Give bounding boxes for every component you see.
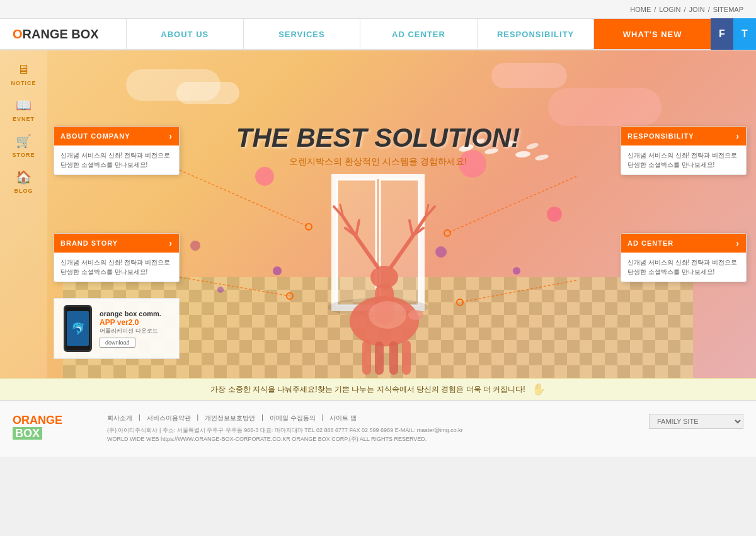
card-responsibility-header[interactable]: RESPONSIBILITY › (621, 127, 746, 145)
card-responsibility: RESPONSIBILITY › 신개념 서비스의 신화! 전략과 비전으로 탄… (621, 126, 747, 175)
card-ad-center: AD CENTER › 신개념 서비스의 신화! 전략과 비전으로 탄생한 소셜… (621, 233, 747, 282)
twitter-button[interactable]: T (733, 18, 756, 50)
navigation: O RANGE BOX ABOUT US SERVICES AD CENTER … (0, 19, 756, 50)
sidebar: 🖥 NOTICE 📖 EVNET 🛒 STORE 🏠 BLOG (0, 50, 47, 378)
svg-rect-5 (337, 180, 376, 305)
svg-line-8 (180, 170, 309, 227)
svg-point-29 (525, 142, 539, 151)
download-button[interactable]: download (100, 338, 135, 348)
svg-rect-34 (362, 340, 371, 375)
svg-point-17 (255, 167, 274, 186)
sidebar-store[interactable]: 🛒 STORE (13, 132, 35, 158)
top-bar: HOME / LOGIN / JOIN / SITEMAP (0, 0, 756, 19)
svg-point-38 (408, 310, 423, 320)
nav-whats-new[interactable]: WHAT'S NEW (593, 19, 711, 49)
app-sub: 어플리케이션 다운로드 (100, 327, 161, 335)
svg-line-39 (356, 236, 378, 268)
phone-screen: 🐬 (67, 311, 89, 346)
svg-rect-6 (380, 180, 419, 305)
footer-link-terms[interactable]: 서비스이용약관 (147, 414, 191, 423)
svg-line-50 (425, 205, 428, 217)
home-icon: 🏠 (13, 168, 35, 186)
svg-point-19 (547, 207, 562, 222)
app-version: APP ver2.0 (100, 318, 161, 327)
card-responsibility-arrow: › (736, 131, 740, 141)
footer-address: (주) 아이티주식회사 | 주소: 서울특별시 우주구 우주동 966-3 대표… (107, 426, 630, 444)
card-responsibility-title: RESPONSIBILITY (627, 132, 694, 140)
family-site-select[interactable]: FAMILY SITE (649, 414, 743, 429)
cloud-4 (548, 88, 662, 126)
svg-point-7 (328, 298, 428, 317)
home-link[interactable]: HOME (630, 6, 651, 13)
bottom-text: 가장 소중한 지식을 나눠주세요!찾는 기쁜 나누는 지식속에서 당신의 경험은… (210, 384, 525, 395)
nav-services[interactable]: SERVICES (243, 19, 360, 49)
card-adcenter-title: AD CENTER (627, 239, 673, 247)
footer-link-email[interactable]: 이메일 수집동의 (270, 414, 316, 423)
svg-point-20 (273, 266, 282, 275)
cloud-2 (176, 82, 239, 104)
app-promo: 🐬 orange box comm. APP ver2.0 어플리케이션 다운로… (54, 298, 180, 359)
nav-ad-center[interactable]: AD CENTER (360, 19, 477, 49)
logo[interactable]: O RANGE BOX (0, 19, 126, 49)
card-brand-story: BRAND STORY › 신개념 서비스의 신화! 전략과 비전으로 탄생한 … (54, 233, 180, 282)
card-about-header[interactable]: ABOUT COMPANY › (54, 127, 179, 145)
cart-icon: 🛒 (13, 132, 35, 151)
nav-items: ABOUT US SERVICES AD CENTER RESPONSIBILI… (126, 19, 711, 49)
svg-line-45 (391, 236, 413, 268)
svg-point-16 (190, 241, 200, 251)
cloud-3 (491, 63, 567, 88)
svg-line-41 (345, 228, 356, 236)
social-links: F T (711, 19, 756, 49)
svg-line-44 (340, 205, 343, 217)
card-brand-arrow: › (169, 238, 173, 248)
logo-orange: O (13, 27, 23, 42)
svg-rect-35 (375, 341, 384, 375)
footer-link-sitemap[interactable]: 사이트 맵 (329, 414, 357, 423)
login-link[interactable]: LOGIN (659, 6, 680, 13)
card-brand-header[interactable]: BRAND STORY › (54, 234, 179, 253)
nav-responsibility[interactable]: RESPONSIBILITY (477, 19, 594, 49)
app-title: orange box comm. (100, 309, 161, 318)
footer: ORANGE BOX 회사소개 | 서비스이용약관 | 개인정보보호방안 | 이… (0, 400, 756, 457)
svg-line-10 (180, 277, 290, 296)
sidebar-evnet[interactable]: 📖 EVNET (13, 96, 35, 122)
svg-line-46 (413, 217, 425, 236)
svg-point-51 (369, 301, 406, 329)
logo-text: RANGE BOX (23, 27, 99, 42)
card-brand-body: 신개념 서비스의 신화! 전략과 비전으로 탄생한 소셜박스를 만나보세요! (54, 253, 179, 282)
sidebar-blog[interactable]: 🏠 BLOG (13, 168, 35, 194)
card-adcenter-header[interactable]: AD CENTER › (621, 234, 746, 253)
phone-image: 🐬 (64, 305, 92, 352)
svg-line-43 (334, 207, 343, 217)
svg-point-13 (444, 230, 450, 236)
svg-rect-37 (402, 340, 411, 375)
card-about-company: ABOUT COMPANY › 신개념 서비스의 신화! 전략과 비전으로 탄생… (54, 126, 180, 175)
svg-line-40 (343, 217, 356, 236)
hand-icon: ✋ (532, 382, 546, 396)
footer-link-about[interactable]: 회사소개 (107, 414, 132, 423)
svg-line-48 (410, 220, 413, 236)
footer-logo-box: BOX (13, 427, 42, 440)
sitemap-link[interactable]: SITEMAP (713, 6, 743, 13)
facebook-button[interactable]: F (711, 18, 733, 50)
footer-logo-orange: ORANGE (13, 414, 62, 426)
card-brand-title: BRAND STORY (60, 239, 118, 247)
footer-logo: ORANGE BOX (13, 414, 94, 440)
footer-links: 회사소개 | 서비스이용약관 | 개인정보보호방안 | 이메일 수집동의 | 사… (107, 414, 630, 444)
bottom-strip: 가장 소중한 지식을 나눠주세요!찾는 기쁜 나누는 지식속에서 당신의 경험은… (0, 378, 756, 400)
svg-point-15 (457, 299, 463, 305)
app-text: orange box comm. APP ver2.0 어플리케이션 다운로드 … (100, 309, 161, 348)
footer-link-row: 회사소개 | 서비스이용약관 | 개인정보보호방안 | 이메일 수집동의 | 사… (107, 414, 630, 423)
card-about-body: 신개념 서비스의 신화! 전략과 비전으로 탄생한 소셜박스를 만나보세요! (54, 145, 179, 174)
svg-rect-4 (334, 176, 422, 309)
join-link[interactable]: JOIN (689, 6, 705, 13)
footer-link-privacy[interactable]: 개인정보보호방안 (205, 414, 255, 423)
card-responsibility-body: 신개념 서비스의 신화! 전략과 비전으로 탄생한 소셜박스를 만나보세요! (621, 145, 746, 174)
hero-section: 🖥 NOTICE 📖 EVNET 🛒 STORE 🏠 BLOG THE BEST… (0, 50, 756, 378)
card-about-title: ABOUT COMPANY (60, 132, 130, 140)
svg-point-9 (306, 224, 312, 230)
card-adcenter-body: 신개념 서비스의 신화! 전략과 비전으로 탄생한 소셜박스를 만나보세요! (621, 253, 746, 282)
hero-subtitle: 오렌지박스의 환상적인 시스템을 경험하세요! (236, 156, 520, 168)
sidebar-notice[interactable]: 🖥 NOTICE (11, 60, 36, 86)
nav-about-us[interactable]: ABOUT US (126, 19, 243, 49)
